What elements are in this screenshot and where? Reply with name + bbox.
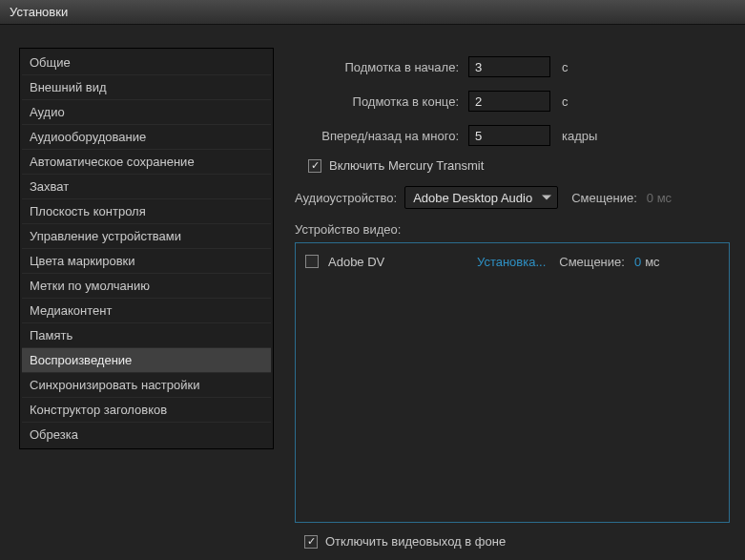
preroll-label: Подмотка в начале: [295,60,468,74]
sidebar-item-label: Плоскость контроля [30,204,146,218]
audiodevice-select[interactable]: Adobe Desktop Audio [404,186,558,209]
sidebar-item-labeldefs[interactable]: Метки по умолчанию [22,274,271,299]
videodevice-row: Adobe DV Установка... Смещение: 0 мс [305,251,719,272]
sidebar-item-memory[interactable]: Память [22,323,271,348]
videodevice-offset-value[interactable]: 0 [634,255,641,269]
videodevice-label: Устройство видео: [295,222,730,237]
mercury-checkbox[interactable] [308,159,321,173]
sidebar-item-control[interactable]: Плоскость контроля [22,199,271,224]
sidebar-item-label: Воспроизведение [30,353,132,367]
step-row: Вперед/назад на много: кадры [295,124,730,147]
preroll-row: Подмотка в начале: с [295,55,730,78]
sidebar-item-labelcolors[interactable]: Цвета маркировки [22,249,271,274]
sidebar-item-appearance[interactable]: Внешний вид [22,75,271,100]
sidebar-item-label: Память [30,328,72,342]
sidebar-item-label: Общие [30,55,71,70]
sidebar-item-label: Медиаконтент [30,303,112,318]
sidebar-item-capture[interactable]: Захват [22,175,271,199]
disablebg-row: Отключить видеовыход в фоне [295,534,730,549]
chevron-down-icon [542,196,551,200]
sidebar-item-label: Управление устройствами [30,229,181,243]
videodevice-offset-label: Смещение: [559,255,625,269]
sidebar-item-label: Конструктор заголовков [30,403,167,417]
videodevice-list: Adobe DV Установка... Смещение: 0 мс [295,242,730,523]
step-input[interactable] [468,125,550,146]
sidebar-item-audiohw[interactable]: Аудиооборудование [22,125,271,150]
postroll-label: Подмотка в конце: [295,94,468,109]
postroll-row: Подмотка в конце: с [295,90,730,113]
preroll-unit: с [562,60,569,74]
sidebar-item-general[interactable]: Общие [22,51,271,75]
preferences-window: Установки Общие Внешний вид Аудио Аудиоо… [0,0,745,560]
content-area: Общие Внешний вид Аудио Аудиооборудовани… [0,25,745,560]
mercury-row: Включить Mercury Transmit [295,158,730,173]
audiodevice-offset-value: 0 мс [647,191,672,205]
postroll-input[interactable] [468,91,550,112]
sidebar-item-playback[interactable]: Воспроизведение [22,348,271,373]
category-sidebar: Общие Внешний вид Аудио Аудиооборудовани… [19,48,274,449]
sidebar-item-label: Аудиооборудование [30,130,146,144]
postroll-unit: с [562,94,569,109]
audiodevice-offset-label: Смещение: [571,191,637,205]
step-label: Вперед/назад на много: [295,129,468,143]
videodevice-checkbox[interactable] [305,255,319,268]
audiodevice-row: Аудиоустройство: Adobe Desktop Audio Сме… [295,186,730,209]
sidebar-item-label: Синхронизировать настройки [30,378,200,392]
sidebar-item-trim[interactable]: Обрезка [22,423,271,446]
preroll-input[interactable] [468,56,550,77]
titlebar: Установки [0,0,745,25]
videodevice-offset-unit: мс [645,255,659,269]
sidebar-item-autosave[interactable]: Автоматическое сохранение [22,150,271,175]
window-title: Установки [10,5,68,19]
sidebar-item-label: Захват [30,179,69,194]
sidebar-item-label: Автоматическое сохранение [30,155,195,169]
sidebar-item-media[interactable]: Медиаконтент [22,299,271,323]
sidebar-item-titler[interactable]: Конструктор заголовков [22,398,271,423]
sidebar-item-label: Метки по умолчанию [30,279,150,293]
disablebg-label: Отключить видеовыход в фоне [325,534,506,549]
sidebar-item-label: Внешний вид [30,80,107,94]
mercury-label: Включить Mercury Transmit [329,158,484,173]
sidebar-item-devicectrl[interactable]: Управление устройствами [22,224,271,249]
sidebar-item-label: Аудио [30,105,65,119]
step-unit: кадры [562,129,597,143]
audiodevice-value: Adobe Desktop Audio [413,191,532,205]
disablebg-checkbox[interactable] [304,535,318,549]
audiodevice-label: Аудиоустройство: [295,191,397,205]
sidebar-item-audio[interactable]: Аудио [22,100,271,125]
sidebar-item-label: Обрезка [30,427,78,442]
videodevice-setup-link[interactable]: Установка... [477,255,546,269]
videodevice-name: Adobe DV [328,255,477,269]
sidebar-item-label: Цвета маркировки [30,254,135,268]
settings-panel: Подмотка в начале: с Подмотка в конце: с… [291,48,734,549]
sidebar-item-sync[interactable]: Синхронизировать настройки [22,373,271,398]
